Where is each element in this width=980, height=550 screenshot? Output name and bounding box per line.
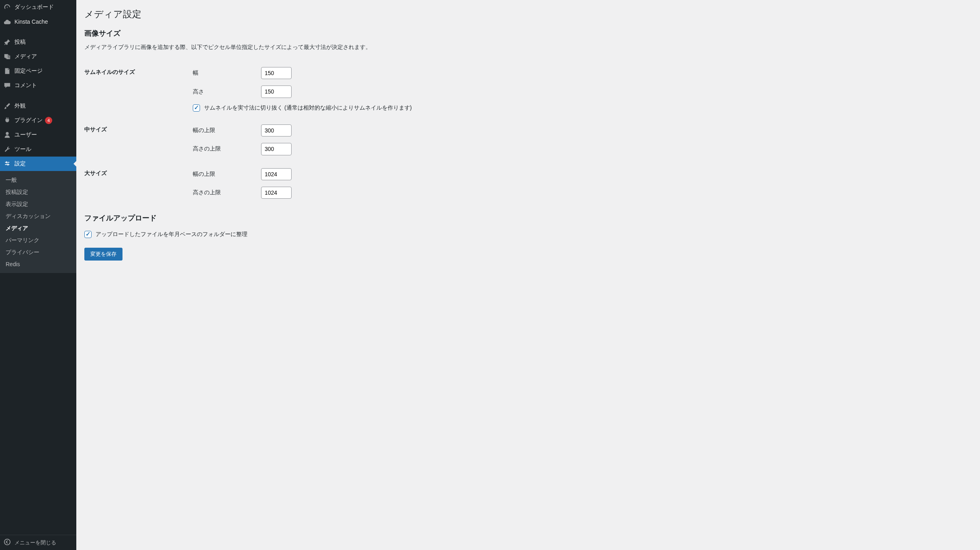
medium-height-input[interactable] bbox=[261, 143, 292, 155]
sidebar-item-kinsta-cache[interactable]: Kinsta Cache bbox=[0, 14, 76, 29]
sidebar-item-label: コメント bbox=[14, 82, 37, 89]
sidebar-item-label: ツール bbox=[14, 146, 31, 153]
plugin-update-badge: 4 bbox=[45, 117, 52, 124]
thumbnail-height-label: 高さ bbox=[193, 88, 261, 96]
submenu-item-permalink[interactable]: パーマリンク bbox=[0, 234, 76, 246]
brush-icon bbox=[3, 102, 11, 110]
dashboard-icon bbox=[3, 3, 11, 11]
page-title: メディア設定 bbox=[84, 8, 972, 20]
save-button[interactable]: 変更を保存 bbox=[84, 248, 122, 261]
submenu-item-general[interactable]: 一般 bbox=[0, 174, 76, 186]
sidebar-item-dashboard[interactable]: ダッシュボード bbox=[0, 0, 76, 14]
media-icon bbox=[3, 53, 11, 61]
sidebar-item-label: プラグイン bbox=[14, 117, 43, 124]
sidebar-item-tools[interactable]: ツール bbox=[0, 142, 76, 157]
sidebar-item-label: 投稿 bbox=[14, 39, 26, 46]
thumbnail-crop-checkbox[interactable] bbox=[193, 104, 200, 112]
sidebar-item-appearance[interactable]: 外観 bbox=[0, 99, 76, 113]
plugin-icon bbox=[3, 116, 11, 124]
sidebar-item-label: Kinsta Cache bbox=[14, 18, 48, 25]
thumbnail-height-input[interactable] bbox=[261, 86, 292, 98]
submenu-item-privacy[interactable]: プライバシー bbox=[0, 246, 76, 259]
medium-height-label: 高さの上限 bbox=[193, 145, 261, 153]
thumbnail-width-label: 幅 bbox=[193, 69, 261, 77]
sidebar-item-label: ダッシュボード bbox=[14, 4, 54, 11]
sidebar-item-label: メディア bbox=[14, 53, 37, 60]
svg-point-0 bbox=[4, 539, 10, 545]
thumbnail-crop-label: サムネイルを実寸法に切り抜く (通常は相対的な縮小によりサムネイルを作ります) bbox=[204, 104, 412, 112]
large-width-input[interactable] bbox=[261, 168, 292, 180]
settings-icon bbox=[3, 160, 11, 168]
page-icon bbox=[3, 67, 11, 75]
cloud-icon bbox=[3, 18, 11, 26]
settings-submenu: 一般 投稿設定 表示設定 ディスカッション メディア パーマリンク プライバシー… bbox=[0, 171, 76, 273]
sidebar-item-users[interactable]: ユーザー bbox=[0, 128, 76, 142]
large-width-label: 幅の上限 bbox=[193, 171, 261, 178]
submenu-item-redis[interactable]: Redis bbox=[0, 259, 76, 270]
medium-width-input[interactable] bbox=[261, 124, 292, 136]
collapse-menu-button[interactable]: メニューを閉じる bbox=[0, 535, 76, 550]
sidebar-item-label: ユーザー bbox=[14, 131, 37, 139]
wrench-icon bbox=[3, 145, 11, 153]
sidebar-item-label: 固定ページ bbox=[14, 67, 43, 75]
pin-icon bbox=[3, 38, 11, 46]
collapse-label: メニューを閉じる bbox=[14, 539, 56, 546]
sidebar-item-settings[interactable]: 設定 bbox=[0, 157, 76, 171]
sidebar-item-media[interactable]: メディア bbox=[0, 49, 76, 64]
sidebar-item-plugins[interactable]: プラグイン 4 bbox=[0, 113, 76, 128]
medium-width-label: 幅の上限 bbox=[193, 127, 261, 134]
submenu-item-discussion[interactable]: ディスカッション bbox=[0, 210, 76, 222]
sidebar-item-pages[interactable]: 固定ページ bbox=[0, 64, 76, 78]
collapse-icon bbox=[3, 538, 11, 547]
image-sizes-description: メディアライブラリに画像を追加する際、以下でピクセル単位指定したサイズによって最… bbox=[84, 44, 972, 51]
settings-main: メディア設定 画像サイズ メディアライブラリに画像を追加する際、以下でピクセル単… bbox=[76, 0, 980, 550]
thumbnail-width-input[interactable] bbox=[261, 67, 292, 79]
section-heading-upload: ファイルアップロード bbox=[84, 213, 972, 223]
organize-uploads-checkbox[interactable] bbox=[84, 231, 92, 238]
sidebar-item-label: 設定 bbox=[14, 160, 26, 167]
admin-sidebar: ダッシュボード Kinsta Cache 投稿 メディア 固定ページ コメント … bbox=[0, 0, 76, 550]
sidebar-item-comments[interactable]: コメント bbox=[0, 78, 76, 93]
comment-icon bbox=[3, 81, 11, 90]
organize-uploads-label: アップロードしたファイルを年月ベースのフォルダーに整理 bbox=[96, 231, 247, 238]
submenu-item-reading[interactable]: 表示設定 bbox=[0, 198, 76, 210]
submenu-item-media[interactable]: メディア bbox=[0, 222, 76, 234]
large-height-input[interactable] bbox=[261, 187, 292, 199]
medium-heading: 中サイズ bbox=[84, 118, 189, 162]
sidebar-item-label: 外観 bbox=[14, 102, 26, 110]
submenu-item-writing[interactable]: 投稿設定 bbox=[0, 186, 76, 198]
user-icon bbox=[3, 131, 11, 139]
large-height-label: 高さの上限 bbox=[193, 189, 261, 196]
large-heading: 大サイズ bbox=[84, 162, 189, 206]
section-heading-image-sizes: 画像サイズ bbox=[84, 29, 972, 38]
sidebar-item-posts[interactable]: 投稿 bbox=[0, 35, 76, 49]
thumbnail-heading: サムネイルのサイズ bbox=[84, 61, 189, 118]
